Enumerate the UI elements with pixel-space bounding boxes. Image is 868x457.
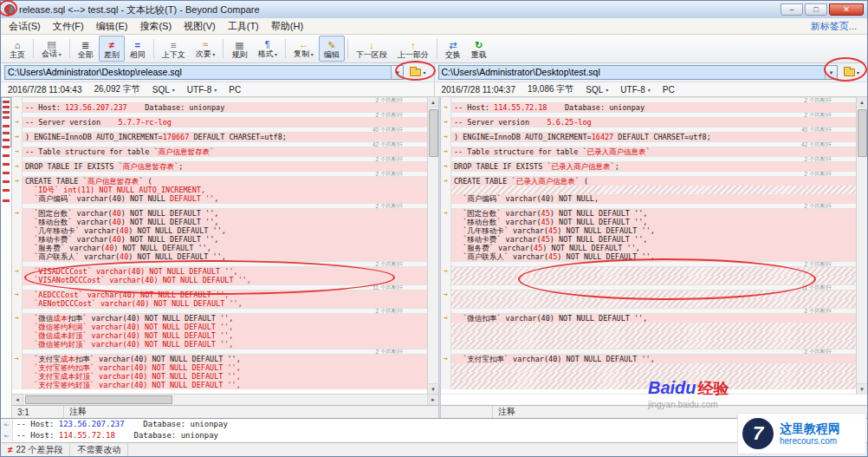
prev-part-button[interactable]: ↑上一部分: [392, 36, 434, 62]
matching-lines-separator[interactable]: 42 个匹配行: [441, 141, 856, 147]
diff-line[interactable]: `支付宝签约扣率` varchar(40) NOT NULL DEFAULT '…: [12, 363, 427, 372]
diff-line[interactable]: `服务费` varchar(45) NOT NULL DEFAULT '',: [441, 244, 856, 252]
matching-lines-separator[interactable]: 2 个匹配行: [441, 156, 856, 162]
menu-session[interactable]: 会话(S): [3, 18, 47, 35]
menu-search[interactable]: 搜索(S): [133, 18, 178, 35]
left-path-dropdown-icon[interactable]: ▾: [391, 66, 403, 79]
diff-line[interactable]: [441, 323, 856, 331]
diff-line[interactable]: `支付宝签约封顶` varchar(40) NOT NULL DEFAULT '…: [12, 381, 427, 389]
matching-lines-separator[interactable]: 11 个匹配行: [12, 284, 427, 291]
matching-lines-separator[interactable]: 2 个匹配行: [12, 349, 427, 355]
diff-line[interactable]: `商户联系人` varchar(40) NOT NULL DEFAULT '',: [12, 252, 427, 261]
diff-line[interactable]: `支付宝成本封顶` varchar(40) NOT NULL DEFAULT '…: [12, 372, 427, 381]
diff-line[interactable]: → `支付宝成本扣率` varchar(40) NOT NULL DEFAULT…: [12, 355, 427, 363]
diffs-button[interactable]: ≠差别: [99, 36, 125, 62]
diff-line[interactable]: →DROP TABLE IF EXISTS `商户信息暂存表`;: [12, 162, 427, 171]
maximize-button[interactable]: □: [805, 3, 827, 16]
format-button[interactable]: ¶格式 ▾: [252, 36, 282, 62]
diff-line[interactable]: `微信签约利润` varchar(40) NOT NULL DEFAULT ''…: [12, 323, 427, 331]
diff-line[interactable]: → `固定台数` varchar(45) NOT NULL DEFAULT ''…: [441, 209, 856, 218]
left-format-dropdown[interactable]: SQL▾: [152, 85, 175, 95]
right-path-dropdown-icon[interactable]: ▾: [825, 66, 837, 79]
detail-line[interactable]: ⇐-- Host: 123.56.207.237 Database: union…: [1, 419, 867, 430]
diff-line[interactable]: →-- Server version 5.6.25-log: [441, 118, 856, 127]
minimize-button[interactable]: –: [781, 3, 803, 16]
matching-lines-separator[interactable]: 2 个匹配行: [441, 349, 856, 355]
menu-tools[interactable]: 工具(T): [222, 18, 265, 35]
diff-line[interactable]: `几年移动卡` varchar(45) NOT NULL DEFAULT '',: [441, 226, 856, 235]
diff-line[interactable]: →-- Server version 5.7.7-rc-log: [12, 118, 427, 127]
diff-line[interactable]: → `VISADCCCost` varchar(40) NOT NULL DEF…: [12, 267, 427, 276]
matching-lines-separator[interactable]: 42 个匹配行: [12, 141, 427, 147]
diff-line[interactable]: →DROP TABLE IF EXISTS `已录入商户信息表`;: [441, 162, 856, 171]
new-tab-link[interactable]: 新标签页...: [811, 20, 865, 33]
titlebar[interactable]: release.sql <--> test.sql - 文本比较(T) - Be…: [1, 1, 867, 18]
matching-lines-separator[interactable]: 2 个匹配行: [12, 203, 427, 209]
menu-edit[interactable]: 编辑(E): [90, 18, 134, 35]
matching-lines-separator[interactable]: 40 个匹配行: [12, 127, 427, 133]
diff-line[interactable]: →-- Host: 114.55.72.18 Database: unionpa…: [441, 103, 856, 112]
right-scroll-thumb[interactable]: [858, 109, 867, 157]
edit-button[interactable]: ✎编辑: [319, 36, 345, 62]
diff-line[interactable]: →CREATE TABLE `已录入商户信息表` (: [441, 177, 856, 186]
diff-line[interactable]: →-- Table structure for table `已录入商户信息表`: [441, 147, 856, 156]
left-horizontal-scrollbar[interactable]: ◄ ►: [12, 394, 438, 405]
all-button[interactable]: ≣全部: [73, 36, 99, 62]
detail-line[interactable]: ⇐-- Host: 114.55.72.18 Database: unionpa…: [1, 430, 867, 441]
matching-lines-separator[interactable]: 2 个匹配行: [12, 171, 427, 177]
sessions-button[interactable]: ▤会话 ▾: [36, 36, 67, 62]
swap-button[interactable]: ⇄交换: [440, 36, 466, 62]
diff-line[interactable]: [441, 186, 856, 194]
left-path-input[interactable]: C:\Users\Administrator\Desktop\release.s…: [4, 65, 404, 80]
diff-line[interactable]: → `微信扣率` varchar(40) NOT NULL DEFAULT ''…: [441, 314, 856, 323]
diff-line[interactable]: →: [441, 291, 856, 299]
scroll-down-icon[interactable]: ▼: [428, 383, 438, 394]
diff-line[interactable]: [441, 363, 856, 372]
matching-lines-separator[interactable]: 11 个匹配行: [441, 284, 856, 291]
diff-line[interactable]: [441, 381, 856, 389]
diff-line[interactable]: → `支付宝扣率` varchar(40) NOT NULL DEFAULT '…: [441, 355, 856, 363]
diff-line[interactable]: `移动台数` varchar(45) NOT NULL DEFAULT '',: [441, 218, 856, 226]
right-browse-button[interactable]: ▾: [841, 67, 862, 78]
diff-line[interactable]: `几年移动卡` varchar(40) NOT NULL DEFAULT '',: [12, 226, 427, 235]
menu-view[interactable]: 视图(V): [178, 18, 222, 35]
diff-line[interactable]: [441, 340, 856, 349]
diff-line[interactable]: → `AEDCCCost` varchar(40) NOT NULL DEFAU…: [12, 291, 427, 299]
diff-line[interactable]: →-- Table structure for table `商户信息暂存表`: [12, 147, 427, 156]
diff-line[interactable]: `商户编码` varchar(40) NOT NULL DEFAULT '',: [12, 194, 427, 203]
close-button[interactable]: ✕: [829, 3, 864, 16]
diff-line[interactable]: `服务费` varchar(40) NOT NULL DEFAULT '',: [12, 244, 427, 252]
diff-line[interactable]: →) ENGINE=InnoDB AUTO_INCREMENT=170667 D…: [12, 133, 427, 141]
matching-lines-separator[interactable]: 2 个匹配行: [441, 203, 856, 209]
next-section-button[interactable]: ↓下一区段: [351, 36, 392, 62]
diff-line[interactable]: `移动卡费` varchar(40) NOT NULL DEFAULT '',: [12, 235, 427, 244]
right-format-dropdown[interactable]: SQL▾: [586, 85, 608, 95]
copy-button[interactable]: ←复制 ▾: [288, 36, 319, 62]
scroll-right-icon[interactable]: ►: [427, 395, 438, 405]
right-line-ending[interactable]: PC: [663, 85, 675, 95]
reload-button[interactable]: ↻重载: [466, 36, 492, 62]
scroll-up-icon[interactable]: ▲: [428, 97, 438, 108]
same-button[interactable]: =相同: [125, 36, 151, 62]
left-vertical-scrollbar[interactable]: ▲ ▼: [427, 97, 438, 394]
matching-lines-separator[interactable]: 40 个匹配行: [441, 127, 856, 133]
matching-lines-separator[interactable]: 2 个匹配行: [441, 171, 856, 177]
left-browse-button[interactable]: ▾: [407, 67, 428, 78]
left-hscroll-thumb[interactable]: [25, 395, 172, 404]
matching-lines-separator[interactable]: 2 个匹配行: [441, 308, 856, 314]
right-vertical-scrollbar[interactable]: ▲ ▼: [856, 97, 867, 394]
menu-help[interactable]: 帮助(H): [265, 18, 309, 35]
diff-line[interactable]: `移动台数` varchar(40) NOT NULL DEFAULT '',: [12, 218, 427, 226]
left-line-ending[interactable]: PC: [229, 85, 241, 95]
matching-lines-separator[interactable]: 2 个匹配行: [441, 97, 856, 103]
matching-lines-separator[interactable]: 2 个匹配行: [12, 261, 427, 267]
overview-strip[interactable]: [1, 97, 12, 418]
diff-line[interactable]: →-- Host: 123.56.207.237 Database: union…: [12, 103, 427, 112]
diff-line[interactable]: `移动卡费` varchar(45) NOT NULL DEFAULT '',: [441, 235, 856, 244]
matching-lines-separator[interactable]: 2 个匹配行: [441, 261, 856, 267]
diff-line[interactable]: [441, 299, 856, 308]
diff-line[interactable]: → `固定台数` varchar(40) NOT NULL DEFAULT ''…: [12, 209, 427, 218]
right-encoding-dropdown[interactable]: UTF-8▾: [620, 85, 650, 95]
left-encoding-dropdown[interactable]: UTF-8▾: [187, 85, 217, 95]
matching-lines-separator[interactable]: 2 个匹配行: [12, 156, 427, 162]
